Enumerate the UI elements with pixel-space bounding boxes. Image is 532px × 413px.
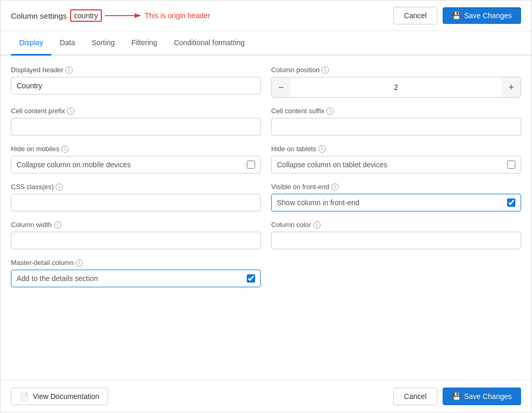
- position-increment-button[interactable]: +: [502, 77, 521, 97]
- field-column-color: Column color i: [271, 221, 521, 249]
- label-column-position: Column position i: [271, 66, 521, 74]
- footer: 📄 View Documentation Cancel 💾 Save Chang…: [1, 380, 531, 412]
- visible-frontend-checkbox[interactable]: [507, 198, 515, 207]
- header-left: Column settings country This is origin h…: [11, 9, 210, 22]
- field-column-width: Column width i: [11, 221, 261, 249]
- info-icon-hide-mobiles[interactable]: i: [61, 145, 69, 153]
- input-cell-content-prefix[interactable]: [11, 118, 261, 136]
- footer-right-buttons: Cancel 💾 Save Changes: [393, 388, 521, 405]
- hide-mobiles-row: Collapse column on mobile devices: [11, 156, 261, 174]
- info-icon-column-width[interactable]: i: [54, 221, 61, 229]
- tab-filtering[interactable]: Filtering: [123, 31, 166, 56]
- field-cell-content-prefix: Cell content prefix i: [11, 107, 261, 136]
- input-cell-content-suffix[interactable]: [271, 118, 521, 136]
- visible-frontend-row: Show column in front-end: [271, 194, 521, 211]
- arrow-annotation: This is origin header: [105, 10, 210, 21]
- label-cell-content-suffix: Cell content suffix i: [271, 107, 521, 115]
- label-column-color: Column color i: [271, 221, 521, 229]
- footer-cancel-button[interactable]: Cancel: [393, 388, 438, 405]
- hide-tablets-checkbox[interactable]: [507, 161, 515, 169]
- field-displayed-header: Displayed header i: [11, 66, 261, 98]
- info-icon-column-color[interactable]: i: [313, 221, 321, 229]
- doc-icon: 📄: [20, 392, 29, 401]
- save-icon: 💾: [452, 11, 461, 20]
- arrow-icon: [105, 10, 141, 21]
- annotation-text: This is origin header: [144, 11, 210, 20]
- hide-tablets-row: Collapse column on tablet devices: [271, 156, 521, 174]
- input-displayed-header[interactable]: [11, 77, 261, 95]
- label-css-classes: CSS class(es) i: [11, 183, 261, 191]
- label-cell-content-prefix: Cell content prefix i: [11, 107, 261, 115]
- info-icon-cell-suffix[interactable]: i: [326, 108, 334, 115]
- tab-conditional-formatting[interactable]: Conditional formatting: [166, 31, 253, 56]
- info-icon-column-position[interactable]: i: [322, 66, 329, 74]
- view-docs-button[interactable]: 📄 View Documentation: [11, 388, 108, 405]
- input-column-width[interactable]: [11, 232, 261, 249]
- column-position-row: − +: [271, 77, 521, 98]
- tab-data[interactable]: Data: [51, 31, 84, 56]
- label-hide-on-tablets: Hide on tablets i: [271, 145, 521, 153]
- label-visible-frontend: Visible on front-end i: [271, 183, 521, 191]
- svg-marker-1: [135, 14, 141, 18]
- form-grid: Displayed header i Column position i − +: [11, 66, 521, 297]
- column-settings-label: Column settings: [11, 11, 67, 20]
- tab-sorting[interactable]: Sorting: [83, 31, 123, 56]
- field-hide-on-tablets: Hide on tablets i Collapse column on tab…: [271, 145, 521, 174]
- label-column-width: Column width i: [11, 221, 261, 229]
- field-hide-on-mobiles: Hide on mobiles i Collapse column on mob…: [11, 145, 261, 174]
- input-column-color[interactable]: [271, 232, 521, 249]
- field-empty-right: [271, 259, 521, 287]
- field-css-classes: CSS class(es) i: [11, 183, 261, 211]
- origin-header-box: country: [70, 9, 102, 22]
- arrow-line: [105, 10, 141, 21]
- info-icon-css-classes[interactable]: i: [56, 183, 63, 191]
- field-master-detail: Master-detail column i Add to the detail…: [11, 259, 261, 287]
- header-buttons: Cancel 💾 Save Changes: [393, 7, 521, 24]
- header-cancel-button[interactable]: Cancel: [393, 7, 438, 24]
- info-icon-master-detail[interactable]: i: [76, 259, 83, 267]
- label-hide-on-mobiles: Hide on mobiles i: [11, 145, 261, 153]
- master-detail-row: Add to the details section: [11, 270, 261, 287]
- master-detail-checkbox[interactable]: [247, 274, 255, 283]
- header: Column settings country This is origin h…: [1, 1, 531, 31]
- position-value-input[interactable]: [290, 83, 502, 91]
- header-save-button[interactable]: 💾 Save Changes: [443, 7, 521, 24]
- tabs: Display Data Sorting Filtering Condition…: [1, 31, 531, 56]
- tab-display[interactable]: Display: [11, 31, 51, 56]
- info-icon-visible-frontend[interactable]: i: [331, 183, 339, 191]
- footer-save-button[interactable]: 💾 Save Changes: [443, 388, 521, 405]
- field-cell-content-suffix: Cell content suffix i: [271, 107, 521, 136]
- footer-save-icon: 💾: [452, 392, 461, 401]
- label-master-detail: Master-detail column i: [11, 259, 261, 267]
- field-visible-frontend: Visible on front-end i Show column in fr…: [271, 183, 521, 211]
- label-displayed-header: Displayed header i: [11, 66, 261, 74]
- info-icon-cell-prefix[interactable]: i: [67, 108, 74, 115]
- main-content: Displayed header i Column position i − +: [1, 56, 531, 380]
- input-css-classes[interactable]: [11, 194, 261, 211]
- field-column-position: Column position i − +: [271, 66, 521, 98]
- info-icon-displayed-header[interactable]: i: [65, 66, 73, 74]
- hide-mobiles-checkbox[interactable]: [247, 161, 255, 169]
- position-decrement-button[interactable]: −: [272, 77, 290, 97]
- info-icon-hide-tablets[interactable]: i: [318, 145, 326, 153]
